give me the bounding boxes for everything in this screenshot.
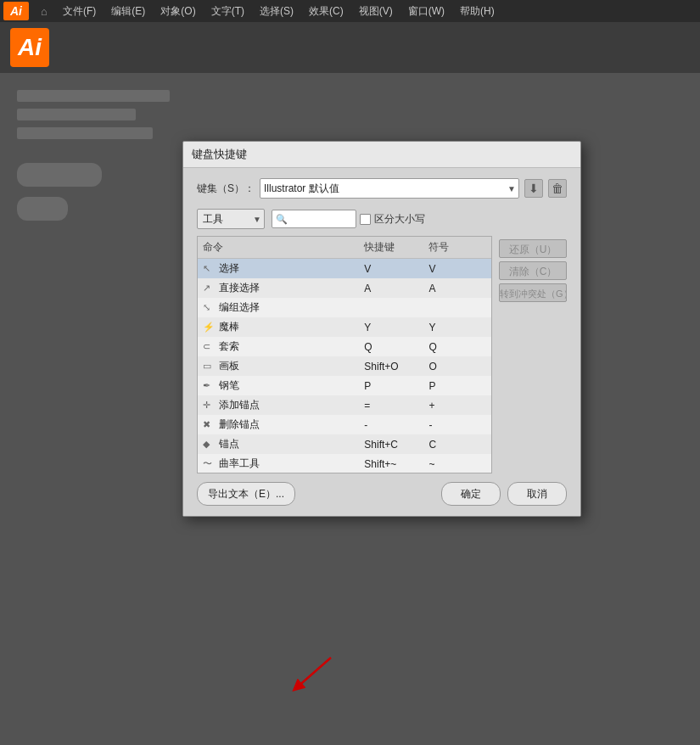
menubar: Ai ⌂ 文件(F) 编辑(E) 对象(O) 文字(T) 选择(S) 效果(C)…: [0, 0, 700, 22]
shortcuts-table-container: 命令 快捷键 符号 ↖选择VV↗直接选择AA⤡编组选择⚡魔棒YY⊂套索QQ▭画板…: [197, 236, 492, 473]
symbol-cell: -: [423, 415, 491, 434]
symbol-cell: C: [423, 434, 491, 454]
cmd-cell: ✛添加锚点: [198, 395, 359, 415]
arrow-svg: [280, 649, 348, 700]
dialog-body: 键集（S）： Illustrator 默认值 ▼ ⬇ 🗑 工具 ▼ 🔍: [183, 168, 580, 516]
shortcut-cell: =: [359, 395, 423, 415]
menu-window[interactable]: 窗口(W): [401, 3, 451, 20]
shortcut-cell: A: [359, 278, 423, 298]
table-row[interactable]: ✛添加锚点=+: [198, 395, 491, 415]
category-select-wrapper: 工具 ▼: [197, 209, 265, 229]
keyset-select-wrapper: Illustrator 默认值 ▼: [260, 178, 519, 199]
case-sensitive-label: 区分大小写: [360, 212, 425, 227]
svg-line-1: [297, 658, 331, 687]
table-row[interactable]: ✒钢笔PP: [198, 376, 491, 395]
symbol-cell: Y: [423, 317, 491, 337]
table-row[interactable]: ▭画板Shift+OO: [198, 356, 491, 376]
app-logo: Ai: [3, 2, 29, 20]
shortcut-cell: P: [359, 376, 423, 395]
export-button[interactable]: 导出文本（E）...: [197, 482, 295, 506]
symbol-cell: A: [423, 278, 491, 298]
symbol-cell: Q: [423, 337, 491, 356]
table-row[interactable]: ⤡编组选择: [198, 298, 491, 317]
header-shortcut: 快捷键: [359, 237, 423, 259]
shortcut-cell: -: [359, 415, 423, 434]
menu-edit[interactable]: 编辑(E): [104, 3, 152, 20]
cmd-cell: ⊂套索: [198, 337, 359, 356]
keyset-row: 键集（S）： Illustrator 默认值 ▼ ⬇ 🗑: [197, 178, 567, 199]
appbar: Ai: [0, 22, 700, 73]
ok-button[interactable]: 确定: [441, 482, 501, 506]
delete-keyset-button[interactable]: 🗑: [548, 179, 567, 198]
side-buttons: 还原（U） 清除（C） 转到冲突处（G）: [499, 236, 567, 473]
symbol-cell: V: [423, 259, 491, 279]
table-row[interactable]: ⊂套索QQ: [198, 337, 491, 356]
table-header: 命令 快捷键 符号: [198, 237, 491, 259]
bg-bar-1: [17, 90, 170, 102]
search-icon: 🔍: [276, 214, 288, 225]
cmd-cell: ✒钢笔: [198, 376, 359, 395]
table-row[interactable]: ✖删除锚点--: [198, 415, 491, 434]
app-icon: Ai: [10, 28, 49, 67]
category-chevron-icon: ▼: [253, 215, 261, 224]
bg-btn-2: [17, 197, 68, 221]
case-sensitive-checkbox[interactable]: [360, 214, 371, 225]
shortcuts-table: 命令 快捷键 符号 ↖选择VV↗直接选择AA⤡编组选择⚡魔棒YY⊂套索QQ▭画板…: [198, 237, 491, 473]
menu-effect[interactable]: 效果(C): [302, 3, 350, 20]
shortcut-cell: Q: [359, 337, 423, 356]
search-field[interactable]: 🔍: [272, 210, 356, 228]
menu-view[interactable]: 视图(V): [352, 3, 400, 20]
shortcut-cell: V: [359, 259, 423, 279]
menu-help[interactable]: 帮助(H): [453, 3, 501, 20]
symbol-cell: O: [423, 356, 491, 376]
shortcut-cell: Shift+C: [359, 434, 423, 454]
keyboard-shortcuts-dialog: 键盘快捷键 键集（S）： Illustrator 默认值 ▼ ⬇ 🗑 工具 ▼: [182, 141, 581, 517]
table-row[interactable]: ↖选择VV: [198, 259, 491, 279]
menu-file[interactable]: 文件(F): [56, 3, 103, 20]
home-icon[interactable]: ⌂: [34, 2, 54, 20]
dialog-title: 键盘快捷键: [192, 147, 247, 162]
case-sensitive-text: 区分大小写: [374, 212, 425, 227]
background-panel: [17, 90, 187, 227]
arrow-annotation: [280, 649, 348, 703]
cmd-cell: ↗直接选择: [198, 278, 359, 298]
bg-bar-3: [17, 127, 153, 139]
table-row[interactable]: ◆锚点Shift+CC: [198, 434, 491, 454]
symbol-cell: [423, 298, 491, 317]
bg-bar-2: [17, 109, 136, 120]
goto-conflict-button[interactable]: 转到冲突处（G）: [499, 283, 567, 302]
table-row[interactable]: 〜曲率工具Shift+~~: [198, 454, 491, 473]
header-cmd: 命令: [198, 237, 359, 259]
header-symbol: 符号: [423, 237, 491, 259]
table-row[interactable]: ⚡魔棒YY: [198, 317, 491, 337]
keyset-select[interactable]: Illustrator 默认值: [260, 178, 519, 199]
menu-object[interactable]: 对象(O): [154, 3, 202, 20]
save-keyset-button[interactable]: ⬇: [524, 179, 543, 198]
cmd-cell: 〜曲率工具: [198, 454, 359, 473]
cmd-cell: ⤡编组选择: [198, 298, 359, 317]
bg-btn-1: [17, 163, 102, 187]
confirm-cancel-group: 确定 取消: [441, 482, 567, 506]
cmd-cell: ▭画板: [198, 356, 359, 376]
shortcut-cell: Y: [359, 317, 423, 337]
keyset-label: 键集（S）：: [197, 182, 255, 196]
symbol-cell: P: [423, 376, 491, 395]
symbol-cell: ~: [423, 454, 491, 473]
cancel-button[interactable]: 取消: [507, 482, 567, 506]
table-row[interactable]: ↗直接选择AA: [198, 278, 491, 298]
menu-select[interactable]: 选择(S): [253, 3, 300, 20]
cmd-cell: ⚡魔棒: [198, 317, 359, 337]
shortcut-cell: [359, 298, 423, 317]
symbol-cell: +: [423, 395, 491, 415]
shortcut-cell: Shift+O: [359, 356, 423, 376]
shortcuts-tbody: ↖选择VV↗直接选择AA⤡编组选择⚡魔棒YY⊂套索QQ▭画板Shift+OO✒钢…: [198, 259, 491, 474]
cmd-cell: ✖删除锚点: [198, 415, 359, 434]
delete-button[interactable]: 清除（C）: [499, 261, 567, 280]
restore-button[interactable]: 还原（U）: [499, 239, 567, 258]
menu-text[interactable]: 文字(T): [204, 3, 251, 20]
shortcut-cell: Shift+~: [359, 454, 423, 473]
action-row: 导出文本（E）... 确定 取消: [197, 482, 567, 506]
workspace: 键盘快捷键 键集（S）： Illustrator 默认值 ▼ ⬇ 🗑 工具 ▼: [0, 73, 700, 745]
cmd-cell: ◆锚点: [198, 434, 359, 454]
search-area: 🔍 区分大小写: [272, 210, 425, 228]
